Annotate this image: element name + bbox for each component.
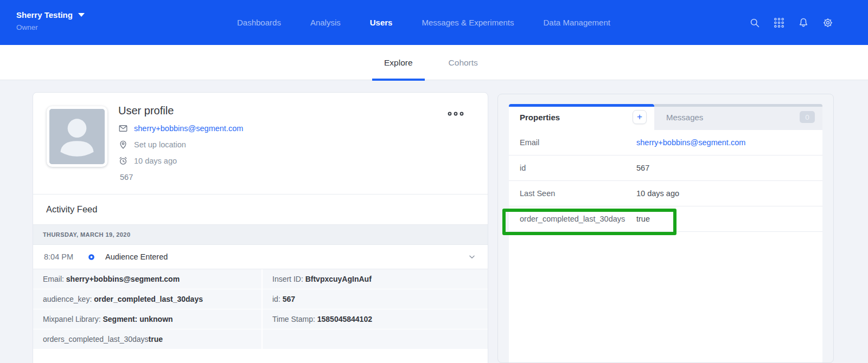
top-navigation-bar: Sherry Testing Owner Dashboards Analysis…	[0, 0, 868, 45]
activity-feed-header: Activity Feed	[33, 195, 488, 225]
tab-explore[interactable]: Explore	[372, 45, 425, 80]
profile-last-seen-row: 10 days ago	[118, 156, 243, 166]
activity-feed-title: Activity Feed	[46, 204, 97, 215]
location-pin-icon	[118, 140, 128, 150]
tab-explore-label: Explore	[384, 58, 413, 68]
collapse-chevron-icon[interactable]	[468, 253, 476, 261]
nav-item-analysis[interactable]: Analysis	[310, 18, 341, 27]
event-detail-empty	[263, 329, 488, 349]
property-row-email: Email sherry+bobbins@segment.com	[509, 130, 822, 155]
event-marker-icon	[87, 253, 95, 261]
nav-icon-group	[749, 0, 833, 45]
alarm-clock-icon	[118, 156, 128, 166]
property-label: order_completed_last_30days	[509, 215, 636, 223]
tab-properties[interactable]: Properties +	[509, 104, 654, 130]
nav-item-messages-experiments[interactable]: Messages & Experiments	[422, 18, 514, 27]
property-value: 10 days ago	[636, 189, 679, 198]
add-property-button[interactable]: +	[633, 110, 647, 124]
property-label: Email	[509, 138, 636, 147]
event-detail-insert-id: Insert ID: BftvpxcuyAgInAuf	[263, 269, 488, 289]
user-profile-card: User profile sherry+bobbins@segment.com	[33, 92, 488, 363]
property-value: 567	[636, 164, 649, 172]
profile-location-row: Set up location	[118, 140, 243, 150]
envelope-icon	[118, 124, 128, 133]
property-label: Last Seen	[509, 189, 636, 198]
event-detail-mixpanel-library: Mixpanel Library: Segment: unknown	[33, 309, 261, 329]
profile-header-section: User profile sherry+bobbins@segment.com	[33, 93, 488, 195]
secondary-tab-bar: Explore Cohorts	[0, 45, 868, 80]
workspace-switcher[interactable]: Sherry Testing Owner	[16, 10, 85, 31]
active-tab-top-bar	[509, 104, 654, 107]
messages-count-badge: 0	[800, 111, 815, 123]
profile-email-link[interactable]: sherry+bobbins@segment.com	[134, 124, 243, 133]
tab-messages[interactable]: Messages 0	[654, 104, 822, 130]
event-detail-timestamp: Time Stamp: 1585045844102	[263, 309, 488, 329]
settings-gear-icon[interactable]	[822, 17, 833, 28]
activity-date-header: THURSDAY, MARCH 19, 2020	[33, 225, 488, 245]
profile-last-seen: 10 days ago	[134, 157, 177, 165]
event-detail-orders-completed: orders_completed_last_30daystrue	[33, 329, 261, 349]
set-up-location-link[interactable]: Set up location	[134, 140, 186, 149]
primary-nav: Dashboards Analysis Users Messages & Exp…	[237, 0, 610, 45]
event-name: Audience Entered	[105, 252, 168, 261]
tab-properties-label: Properties	[520, 113, 560, 122]
notifications-bell-icon[interactable]	[798, 17, 809, 28]
property-label: id	[509, 164, 636, 172]
nav-item-dashboards[interactable]: Dashboards	[237, 18, 281, 27]
workspace-name: Sherry Testing	[16, 10, 73, 20]
property-row-id: id 567	[509, 155, 822, 181]
property-value-email-link[interactable]: sherry+bobbins@segment.com	[636, 138, 745, 147]
nav-item-users[interactable]: Users	[370, 18, 393, 27]
tab-cohorts[interactable]: Cohorts	[437, 45, 490, 80]
event-detail-id: id: 567	[263, 289, 488, 309]
property-value: true	[636, 215, 650, 223]
tab-messages-label: Messages	[666, 113, 703, 122]
event-details-table: Email: sherry+bobbins@segment.com Insert…	[33, 269, 488, 349]
nav-item-data-management[interactable]: Data Management	[544, 18, 610, 27]
avatar	[47, 106, 107, 167]
inactive-tab-top-bar	[654, 104, 822, 107]
apps-grid-icon[interactable]	[774, 17, 784, 28]
page-title-user-profile: User profile	[118, 105, 243, 117]
workspace-role: Owner	[16, 23, 85, 31]
search-icon[interactable]	[749, 17, 760, 28]
chevron-down-icon	[78, 13, 85, 17]
activity-event-row[interactable]: 8:04 PM Audience Entered	[33, 245, 488, 269]
event-time: 8:04 PM	[44, 252, 87, 261]
properties-table: Email sherry+bobbins@segment.com id 567 …	[509, 130, 822, 362]
event-detail-audience-key: audience_key: order_completed_last_30day…	[33, 289, 261, 309]
property-row-last-seen: Last Seen 10 days ago	[509, 181, 822, 206]
profile-id: 567	[118, 173, 243, 182]
activity-date-label: THURSDAY, MARCH 19, 2020	[43, 231, 130, 238]
tab-cohorts-label: Cohorts	[449, 58, 478, 68]
properties-tab-bar: Properties + Messages 0	[509, 104, 822, 130]
property-row-order-completed: order_completed_last_30days true	[509, 206, 822, 232]
more-options-icon[interactable]	[448, 109, 464, 119]
active-tab-underline	[372, 79, 425, 81]
profile-email-row: sherry+bobbins@segment.com	[118, 124, 243, 133]
properties-panel: Properties + Messages 0 Email sherry+bob…	[497, 94, 834, 363]
event-detail-email: Email: sherry+bobbins@segment.com	[33, 269, 261, 289]
